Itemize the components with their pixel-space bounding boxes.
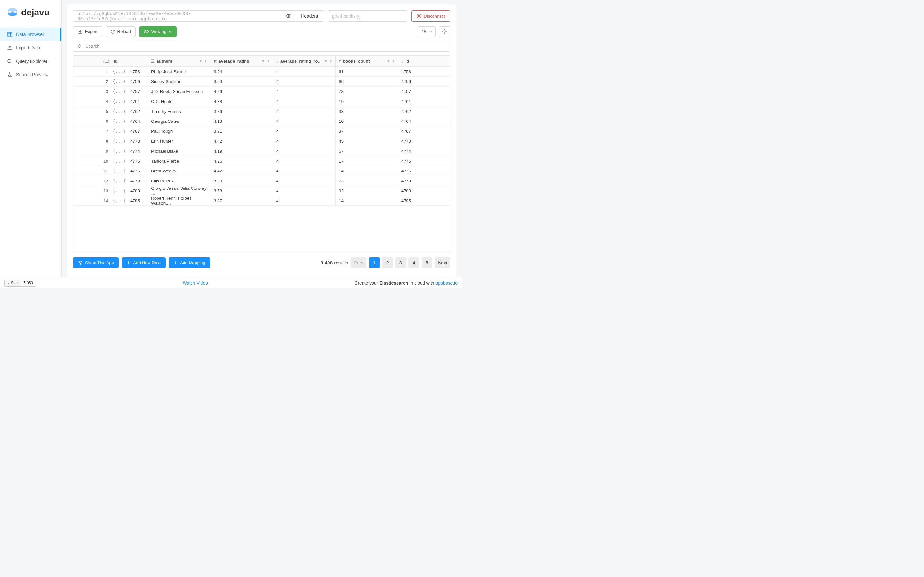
object-icon: {...} <box>103 59 110 63</box>
object-icon: {...} <box>113 109 126 114</box>
table-row[interactable]: 4{...}4761C.C. Hunter4.384194761 <box>73 97 450 106</box>
table-row[interactable]: 3{...}4757J.D. Robb, Susan Ericksen4.264… <box>73 87 450 97</box>
sidebar-item-label: Data Browser <box>16 32 44 37</box>
sidebar-item-search-preview[interactable]: Search Preview <box>0 68 61 81</box>
panel: https://gBgUqs2tV:3456f3bf-ea9e-4ebc-9c9… <box>67 5 456 277</box>
sidebar-item-data-browser[interactable]: Data Browser <box>0 27 61 41</box>
page-5[interactable]: 5 <box>422 258 432 268</box>
filter-icon[interactable]: ▼ <box>386 59 391 63</box>
url-input[interactable]: https://gBgUqs2tV:3456f3bf-ea9e-4ebc-9c9… <box>73 11 282 21</box>
export-button[interactable]: Export <box>73 26 102 37</box>
cell-round: 4 <box>273 116 336 126</box>
table-row[interactable]: 12{...}4779Ellis Peters3.994734779 <box>73 176 450 186</box>
cell-id: 4780 <box>398 186 450 195</box>
search-input[interactable] <box>86 44 446 49</box>
reload-icon <box>110 29 115 34</box>
mode-dropdown[interactable]: Viewing <box>139 26 177 37</box>
column-avg-rating-round[interactable]: # average_rating_ro... ▼▲▼ <box>273 56 336 66</box>
clone-app-button[interactable]: Clone This App <box>73 258 119 268</box>
cell-round: 4 <box>273 156 336 166</box>
cell-books: 14 <box>336 196 398 205</box>
reload-button[interactable]: Reload <box>105 26 136 37</box>
page-2[interactable]: 2 <box>382 258 393 268</box>
column-avg-rating[interactable]: π average_rating ▼▲▼ <box>210 56 273 66</box>
page-next[interactable]: Next <box>435 258 451 268</box>
cell-index: 8{...}4773 <box>73 136 148 146</box>
column-id[interactable]: {...} _id <box>73 56 148 66</box>
table-row[interactable]: 9{...}4774Michael Blake4.194574774 <box>73 146 450 156</box>
cell-books: 38 <box>336 106 398 116</box>
search-bar <box>73 41 451 52</box>
connection-bar: https://gBgUqs2tV:3456f3bf-ea9e-4ebc-9c9… <box>73 10 451 22</box>
table-row[interactable]: 11{...}4776Brent Weeks4.424144776 <box>73 166 450 176</box>
cell-id: 4757 <box>398 87 450 96</box>
svg-point-0 <box>8 8 17 11</box>
sort-icon[interactable]: ▲▼ <box>330 60 332 63</box>
table-row[interactable]: 1{...}4753Philip José Farmer3.944614753 <box>73 67 450 77</box>
table-row[interactable]: 10{...}4775Tamora Pierce4.264174775 <box>73 156 450 166</box>
disconnect-button[interactable]: Disconnect <box>411 10 451 22</box>
eye-icon <box>286 13 292 19</box>
table-row[interactable]: 6{...}4764Georgia Cates4.134104764 <box>73 116 450 126</box>
column-authors[interactable]: ☰ authors ▼▲▼ <box>148 56 210 66</box>
svg-point-9 <box>288 15 289 17</box>
filter-icon[interactable]: ▼ <box>261 59 265 63</box>
fork-icon <box>78 261 82 265</box>
chevron-down-icon <box>429 30 432 33</box>
cell-round: 4 <box>273 97 336 106</box>
watch-video-link[interactable]: Watch Video <box>183 280 208 285</box>
github-icon: ⑂ <box>7 281 10 285</box>
table-row[interactable]: 8{...}4773Erin Hunter4.424454773 <box>73 136 450 146</box>
cell-id: 4785 <box>398 196 450 205</box>
sort-icon[interactable]: ▲▼ <box>392 60 395 63</box>
sidebar-item-query-explorer[interactable]: Query Explorer <box>0 55 61 68</box>
appbase-link[interactable]: appbase.io <box>435 280 457 285</box>
filter-icon[interactable]: ▼ <box>199 59 203 63</box>
cell-authors: Paul Tough <box>148 126 210 136</box>
cell-authors: Robert Henri, Forbes Watson,… <box>148 196 210 205</box>
mode-label: Viewing <box>152 29 166 34</box>
svg-point-19 <box>80 263 81 264</box>
page-size-select[interactable]: 15 <box>418 26 436 37</box>
cell-id: 4776 <box>398 166 450 176</box>
svg-point-1 <box>8 12 17 16</box>
table-row[interactable]: 5{...}4762Timothy Ferriss3.764384762 <box>73 106 450 116</box>
column-books-count[interactable]: # books_count ▼▲▼ <box>336 56 398 66</box>
filter-icon[interactable]: ▼ <box>324 59 328 63</box>
add-data-label: Add New Data <box>133 260 161 265</box>
toggle-visibility-button[interactable] <box>282 11 295 21</box>
export-label: Export <box>85 29 97 34</box>
github-star-count: 5,050 <box>21 279 36 287</box>
sort-icon[interactable]: ▲▼ <box>267 60 270 63</box>
table-row[interactable]: 2{...}4756Sidney Sheldon3.594664756 <box>73 77 450 87</box>
cell-id: 4762 <box>398 106 450 116</box>
cell-round: 4 <box>273 176 336 185</box>
page-prev[interactable]: Prev <box>351 258 367 268</box>
cell-rating: 3.78 <box>210 186 273 195</box>
cell-books: 14 <box>336 166 398 176</box>
column-id-num[interactable]: # id <box>398 56 450 66</box>
cell-books: 37 <box>336 126 398 136</box>
add-data-button[interactable]: Add New Data <box>122 258 166 268</box>
table-body[interactable]: 1{...}4753Philip José Farmer3.9446147532… <box>73 67 450 253</box>
sidebar-item-import-data[interactable]: Import Data <box>0 41 61 55</box>
hash-icon: # <box>339 59 341 63</box>
page-4[interactable]: 4 <box>409 258 419 268</box>
object-icon: {...} <box>113 129 126 134</box>
github-star[interactable]: ⑂Star 5,050 <box>5 279 36 287</box>
table-row[interactable]: 7{...}4767Paul Tough3.914374767 <box>73 126 450 136</box>
hash-icon: # <box>276 59 278 63</box>
sort-icon[interactable]: ▲▼ <box>204 60 207 63</box>
page-3[interactable]: 3 <box>395 258 406 268</box>
plus-icon <box>127 261 131 265</box>
headers-button[interactable]: Headers <box>295 11 324 21</box>
add-mapping-button[interactable]: Add Mapping <box>169 258 210 268</box>
svg-point-10 <box>417 14 421 18</box>
table-row[interactable]: 14{...}4785Robert Henri, Forbes Watson,…… <box>73 196 450 206</box>
page-1[interactable]: 1 <box>369 258 380 268</box>
object-icon: {...} <box>113 168 126 173</box>
cell-index: 10{...}4775 <box>73 156 148 166</box>
table-row[interactable]: 13{...}4780Giorgio Vasari, Julia Conway … <box>73 186 450 196</box>
app-name-input[interactable]: good-books-yj <box>328 10 407 22</box>
settings-button[interactable] <box>439 26 451 37</box>
